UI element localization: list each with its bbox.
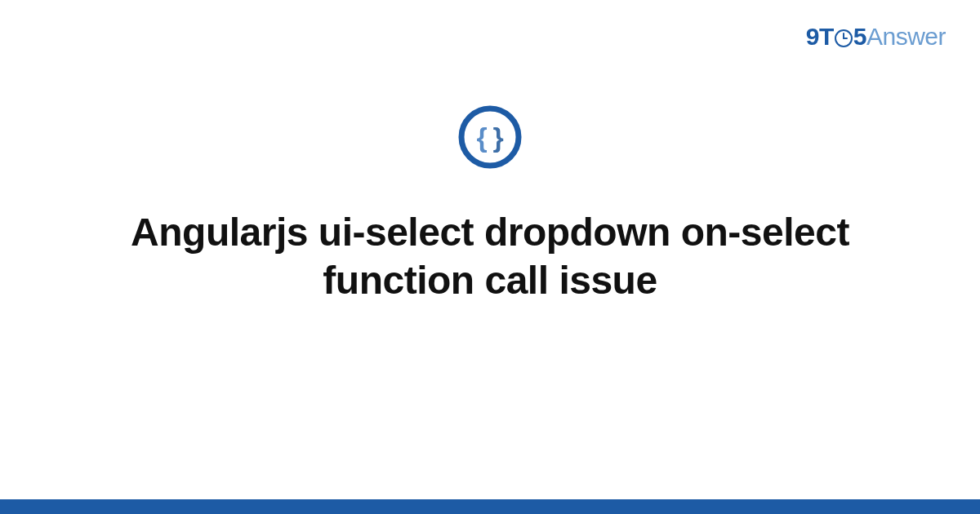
- main-content: { } Angularjs ui-select dropdown on-sele…: [0, 104, 980, 304]
- page-title: Angularjs ui-select dropdown on-select f…: [90, 209, 890, 304]
- bottom-border: [0, 499, 980, 514]
- svg-text:}: }: [492, 122, 503, 153]
- brand-t: T: [819, 23, 834, 50]
- brand-9: 9: [806, 23, 819, 50]
- brand-answer: Answer: [866, 23, 946, 50]
- brand-5: 5: [853, 23, 866, 50]
- brand-logo: 9T5Answer: [806, 23, 946, 51]
- code-braces-icon: { }: [457, 104, 523, 170]
- clock-icon: [835, 29, 853, 47]
- svg-point-0: [461, 109, 519, 166]
- svg-text:{: {: [476, 122, 487, 153]
